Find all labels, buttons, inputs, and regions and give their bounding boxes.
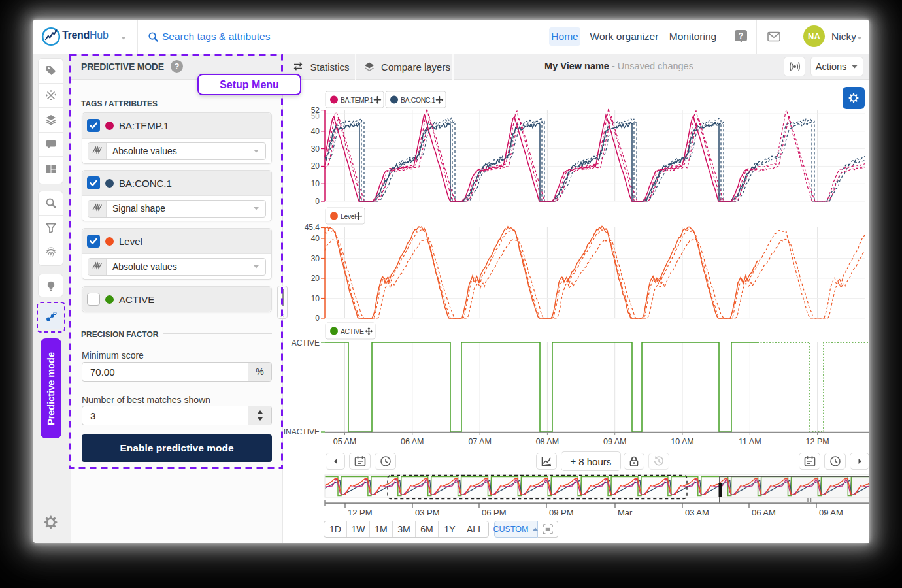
svg-text:20: 20 [311, 274, 320, 283]
svg-text:?: ? [739, 31, 743, 41]
svg-text:0: 0 [315, 314, 320, 323]
svg-text:03 AM: 03 AM [685, 508, 709, 517]
svg-text:Mar: Mar [618, 508, 633, 517]
svg-text:06 AM: 06 AM [752, 508, 776, 517]
svg-text:30: 30 [311, 254, 320, 263]
svg-text:INACTIVE: INACTIVE [284, 427, 320, 436]
svg-text:05 AM: 05 AM [333, 437, 356, 446]
svg-text:09 AM: 09 AM [819, 508, 843, 517]
svg-text:06 PM: 06 PM [482, 508, 507, 517]
svg-text:0: 0 [315, 197, 320, 206]
svg-text:BA:CONC.1: BA:CONC.1 [401, 96, 436, 104]
svg-text:40: 40 [311, 127, 320, 136]
svg-text:09 AM: 09 AM [603, 437, 626, 446]
svg-text:09 PM: 09 PM [549, 508, 574, 517]
svg-text:45.4: 45.4 [305, 223, 320, 232]
svg-text:12 PM: 12 PM [806, 437, 829, 446]
svg-text:06 AM: 06 AM [401, 437, 424, 446]
svg-text:11 AM: 11 AM [739, 437, 761, 446]
svg-text:30: 30 [311, 144, 320, 154]
svg-text:07 AM: 07 AM [468, 437, 491, 446]
svg-text:40: 40 [311, 234, 320, 243]
svg-text:ACTIVE: ACTIVE [292, 338, 320, 348]
svg-text:20: 20 [311, 161, 320, 171]
svg-text:03 PM: 03 PM [415, 508, 440, 517]
svg-text:ACTIVE: ACTIVE [341, 327, 364, 335]
svg-text:10: 10 [311, 294, 320, 303]
svg-text:Level: Level [341, 212, 356, 220]
svg-text:12 PM: 12 PM [348, 508, 373, 517]
svg-text:50: 50 [311, 112, 320, 121]
svg-text:08 AM: 08 AM [536, 437, 559, 446]
svg-text:10: 10 [311, 179, 320, 188]
svg-text:10 AM: 10 AM [671, 437, 693, 446]
svg-text:BA:TEMP.1: BA:TEMP.1 [341, 96, 373, 104]
